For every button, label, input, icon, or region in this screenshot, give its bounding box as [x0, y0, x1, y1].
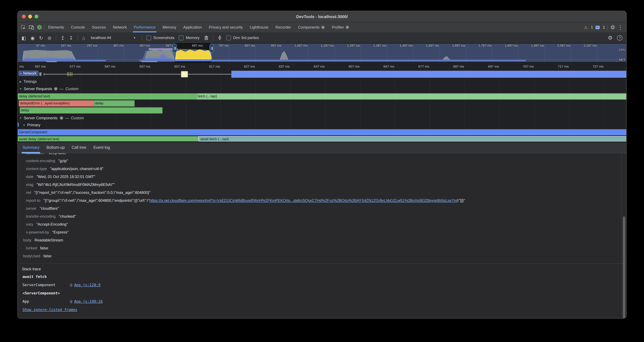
ruler-tick-label: 727 ms: [593, 64, 604, 68]
timeline-event-delay[interactable]: delay: [20, 107, 163, 114]
show-ignore-listed-frames-link[interactable]: Show ignore-listed frames: [22, 307, 77, 312]
zoom-window-button[interactable]: [34, 15, 38, 19]
source-location-link[interactable]: App.js:190:16: [74, 299, 103, 304]
issues-icon[interactable]: [596, 26, 600, 29]
tab-lighthouse[interactable]: Lighthouse: [246, 22, 272, 32]
header-key: report-to: [26, 198, 40, 203]
header-value: ReadableStream: [34, 238, 63, 242]
target-select[interactable]: localhost #4 ▼: [90, 35, 137, 41]
timings-track[interactable]: ▶ Timings: [18, 78, 626, 86]
kebab-menu-icon[interactable]: ⋮: [618, 25, 623, 30]
header-row-body: bodyReadableStream: [18, 236, 626, 244]
ruler-tick-label: 697 ms: [488, 64, 499, 68]
window-title: DevTools - localhost:3000/: [296, 14, 348, 19]
record-icon[interactable]: ◉: [30, 35, 34, 40]
tab-profiler[interactable]: Profiler: [328, 22, 353, 32]
expand-arrow-icon[interactable]: ▶: [20, 80, 22, 83]
track-drag-handle[interactable]: [39, 72, 42, 76]
memory-checkbox[interactable]: Memory: [179, 35, 200, 40]
collapse-arrow-icon[interactable]: ▼: [19, 117, 22, 119]
timeline-event-fetch-api[interactable]: fetch (.../api): [196, 93, 626, 100]
dim-3rd-parties-checkbox[interactable]: Dim 3rd parties: [226, 35, 259, 40]
header-key: date: [26, 174, 34, 179]
collapse-arrow-icon[interactable]: ▼: [19, 87, 22, 90]
warnings-count: 1: [591, 25, 593, 30]
timeline-event-delay[interactable]: delay: [94, 100, 135, 107]
timeline-event-servercomponent[interactable]: ServerComponent: [18, 129, 626, 135]
close-window-button[interactable]: [22, 15, 26, 19]
tab-memory[interactable]: Memory: [159, 22, 180, 32]
source-location-link[interactable]: App.js:128:9: [74, 283, 100, 287]
tab-network[interactable]: Network: [109, 22, 130, 32]
detail-tab-call-tree[interactable]: Call tree: [68, 142, 90, 153]
checkbox-box: [179, 35, 184, 40]
detail-tab-bottom-up[interactable]: Bottom-up: [43, 142, 68, 153]
tab-sources[interactable]: Sources: [88, 22, 109, 32]
home-icon[interactable]: ⌂: [82, 35, 85, 40]
collapse-tracks-icon[interactable]: [218, 35, 222, 40]
overview-tick-label: 797 ms: [218, 44, 229, 47]
timeline-event-delayederror-ayed-exception[interactable]: delayedError (...ayed exception): [19, 100, 96, 107]
help-icon[interactable]: ?: [617, 35, 622, 41]
tab-label: Memory: [162, 25, 176, 30]
server-requests-header[interactable]: ▼ Server Requests — Custom: [18, 86, 626, 93]
save-profile-icon[interactable]: ↧: [69, 35, 73, 40]
settings-gear-icon[interactable]: ⚙: [610, 25, 615, 30]
minimize-window-button[interactable]: [28, 15, 32, 19]
expand-arrow-icon[interactable]: ▶: [20, 72, 22, 75]
capture-settings-gear-icon[interactable]: ⚙: [608, 35, 613, 41]
timeline-ruler[interactable]: ms 567 ms577 ms587 ms597 ms607 ms617 ms6…: [18, 62, 626, 71]
timeline-event-delay-deferred-text[interactable]: delay (deferred text): [18, 93, 197, 100]
selection-right-handle[interactable]: [210, 44, 214, 53]
overview-gridline: [203, 44, 203, 62]
tab-performance[interactable]: Performance: [130, 22, 159, 32]
stack-frame: ServerComponent@App.js:128:9: [22, 281, 626, 289]
screenshots-checkbox[interactable]: Screenshots: [146, 35, 174, 40]
garbage-collect-icon[interactable]: [204, 35, 208, 40]
header-value: "chunked": [59, 214, 76, 219]
detail-tab-event-log[interactable]: Event log: [90, 142, 113, 153]
tab-console[interactable]: Console: [68, 22, 88, 32]
timeline-overview[interactable]: 97 ms197 ms297 ms397 ms497 ms597 ms697 m…: [18, 44, 626, 62]
clear-icon[interactable]: ⊘: [48, 35, 52, 40]
reload-and-record-icon[interactable]: ↻: [39, 35, 43, 40]
network-request-bar[interactable]: [231, 71, 626, 78]
tab-application[interactable]: Application: [180, 22, 205, 32]
target-select-value: localhost #4: [91, 36, 111, 40]
ruler-tick-label: 607 ms: [174, 64, 185, 68]
tab-privacy-and-security[interactable]: Privacy and security: [205, 22, 246, 32]
header-row-server: server"cloudflare": [18, 205, 626, 213]
primary-subtrack-header[interactable]: ▼ Primary: [18, 122, 626, 129]
overview-tick-label: 997 ms: [271, 44, 282, 47]
scrollbar-gutter: [622, 153, 622, 318]
collapse-arrow-icon[interactable]: ▼: [23, 124, 25, 126]
net-lane-label: NET: [619, 58, 625, 62]
load-profile-icon[interactable]: ↥: [61, 35, 65, 40]
timeline-event-await-fetch-api[interactable]: await fetch (.../api): [198, 136, 626, 142]
toggle-sidebar-icon[interactable]: ◧: [22, 35, 26, 40]
tab-components[interactable]: Components: [294, 22, 328, 32]
header-value: "Express": [52, 230, 68, 234]
timeline-event-await-delay-deferred-text[interactable]: await delay (deferred text): [18, 136, 200, 142]
scrollbar-thumb[interactable]: [623, 216, 625, 318]
header-value: "{\"report_to\":\"cf-nel\",\"success_fra…: [34, 190, 150, 195]
header-row-x-powered-by: x-powered-by"Express": [18, 228, 626, 236]
tab-elements[interactable]: Elements: [45, 22, 68, 32]
header-value: "cloudflare": [40, 206, 59, 211]
tab-label: Elements: [48, 25, 64, 30]
selection-left-handle[interactable]: [172, 44, 177, 53]
server-components-header[interactable]: ▼ Server Components — Custom: [18, 115, 626, 122]
active-tab-indicator: [133, 32, 156, 32]
device-toolbar-icon[interactable]: [29, 25, 34, 30]
active-tab-indicator: [22, 152, 40, 154]
network-track[interactable]: ▶ Network: [18, 71, 626, 78]
network-track-label[interactable]: ▶ Network: [19, 71, 38, 76]
custom-track-suffix: Custom: [71, 116, 84, 120]
report-to-url-link[interactable]: https://a.nel.cloudflare.com/report/v4?s…: [150, 198, 458, 203]
inspect-element-icon[interactable]: [21, 25, 26, 30]
tab-recorder[interactable]: Recorder: [272, 22, 294, 32]
warnings-icon[interactable]: ⚠: [584, 25, 588, 30]
header-row-content-type: content-type"application/json; charset=u…: [18, 165, 626, 173]
detail-tab-summary[interactable]: Summary: [19, 142, 43, 153]
network-request-event[interactable]: [181, 71, 188, 77]
